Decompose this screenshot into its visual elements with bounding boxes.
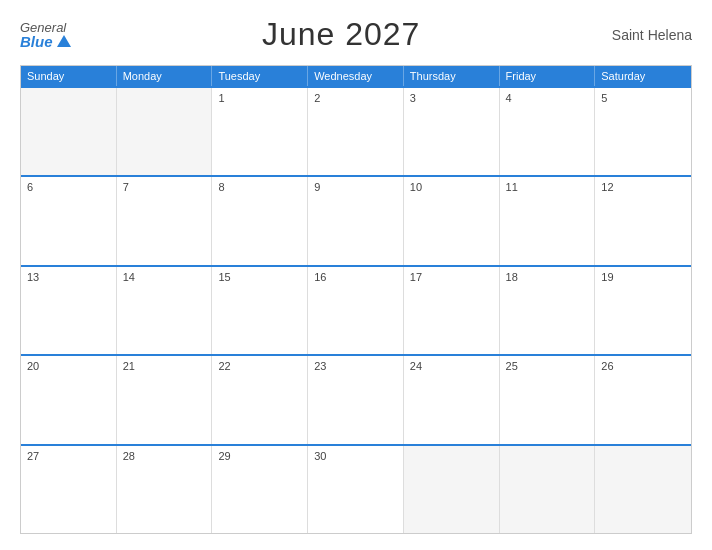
day-cell <box>595 446 691 533</box>
day-number: 11 <box>506 181 518 193</box>
day-cell: 12 <box>595 177 691 264</box>
day-header-thursday: Thursday <box>404 66 500 86</box>
day-number: 7 <box>123 181 129 193</box>
day-cell: 17 <box>404 267 500 354</box>
region-label: Saint Helena <box>612 27 692 43</box>
day-number: 4 <box>506 92 512 104</box>
day-header-sunday: Sunday <box>21 66 117 86</box>
calendar: SundayMondayTuesdayWednesdayThursdayFrid… <box>20 65 692 534</box>
logo-blue-text: Blue <box>20 34 53 49</box>
day-number: 2 <box>314 92 320 104</box>
day-number: 15 <box>218 271 230 283</box>
day-number: 30 <box>314 450 326 462</box>
day-cell: 8 <box>212 177 308 264</box>
week-row-2: 6789101112 <box>21 175 691 264</box>
week-row-5: 27282930 <box>21 444 691 533</box>
day-number: 23 <box>314 360 326 372</box>
day-cell: 5 <box>595 88 691 175</box>
day-number: 5 <box>601 92 607 104</box>
day-number: 22 <box>218 360 230 372</box>
day-cell: 22 <box>212 356 308 443</box>
day-number: 10 <box>410 181 422 193</box>
logo-general-text: General <box>20 21 71 34</box>
day-cell: 27 <box>21 446 117 533</box>
day-number: 20 <box>27 360 39 372</box>
day-header-tuesday: Tuesday <box>212 66 308 86</box>
day-number: 14 <box>123 271 135 283</box>
logo-triangle-icon <box>57 35 71 47</box>
day-cell <box>21 88 117 175</box>
week-row-3: 13141516171819 <box>21 265 691 354</box>
day-cell: 16 <box>308 267 404 354</box>
day-header-monday: Monday <box>117 66 213 86</box>
day-number: 19 <box>601 271 613 283</box>
logo-blue-container: Blue <box>20 34 71 49</box>
day-cell: 14 <box>117 267 213 354</box>
day-cell <box>404 446 500 533</box>
day-cell: 25 <box>500 356 596 443</box>
day-cell: 13 <box>21 267 117 354</box>
day-number: 8 <box>218 181 224 193</box>
day-cell: 6 <box>21 177 117 264</box>
day-number: 27 <box>27 450 39 462</box>
day-cell: 30 <box>308 446 404 533</box>
weeks-container: 1234567891011121314151617181920212223242… <box>21 86 691 533</box>
day-number: 12 <box>601 181 613 193</box>
day-number: 28 <box>123 450 135 462</box>
week-row-4: 20212223242526 <box>21 354 691 443</box>
day-cell: 9 <box>308 177 404 264</box>
day-number: 1 <box>218 92 224 104</box>
day-cell: 24 <box>404 356 500 443</box>
day-number: 18 <box>506 271 518 283</box>
day-header-wednesday: Wednesday <box>308 66 404 86</box>
day-cell: 7 <box>117 177 213 264</box>
day-number: 29 <box>218 450 230 462</box>
day-number: 24 <box>410 360 422 372</box>
week-row-1: 12345 <box>21 86 691 175</box>
page-header: General Blue June 2027 Saint Helena <box>20 16 692 53</box>
day-headers-row: SundayMondayTuesdayWednesdayThursdayFrid… <box>21 66 691 86</box>
day-header-saturday: Saturday <box>595 66 691 86</box>
day-cell <box>500 446 596 533</box>
day-number: 6 <box>27 181 33 193</box>
day-cell: 21 <box>117 356 213 443</box>
day-number: 17 <box>410 271 422 283</box>
day-cell: 18 <box>500 267 596 354</box>
day-number: 3 <box>410 92 416 104</box>
day-number: 26 <box>601 360 613 372</box>
day-cell: 4 <box>500 88 596 175</box>
day-number: 21 <box>123 360 135 372</box>
day-cell: 28 <box>117 446 213 533</box>
day-number: 25 <box>506 360 518 372</box>
day-cell: 11 <box>500 177 596 264</box>
day-header-friday: Friday <box>500 66 596 86</box>
day-cell: 23 <box>308 356 404 443</box>
day-cell: 26 <box>595 356 691 443</box>
day-cell: 1 <box>212 88 308 175</box>
day-number: 16 <box>314 271 326 283</box>
day-number: 13 <box>27 271 39 283</box>
day-cell: 19 <box>595 267 691 354</box>
day-cell: 3 <box>404 88 500 175</box>
day-cell <box>117 88 213 175</box>
day-cell: 2 <box>308 88 404 175</box>
day-cell: 10 <box>404 177 500 264</box>
day-cell: 15 <box>212 267 308 354</box>
logo: General Blue <box>20 21 71 49</box>
month-title: June 2027 <box>262 16 420 53</box>
day-number: 9 <box>314 181 320 193</box>
day-cell: 29 <box>212 446 308 533</box>
day-cell: 20 <box>21 356 117 443</box>
